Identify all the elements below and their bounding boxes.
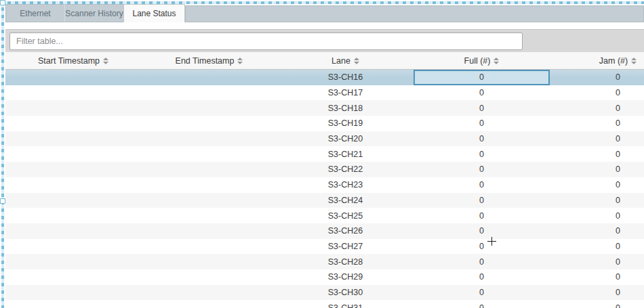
end-timestamp-cell[interactable] bbox=[141, 208, 277, 223]
table-row[interactable]: S3-CH17 0 0 bbox=[5, 85, 644, 101]
tab[interactable]: Lane Status bbox=[123, 4, 185, 22]
lane-cell[interactable]: S3-CH20 bbox=[277, 131, 414, 147]
start-timestamp-cell[interactable] bbox=[5, 70, 141, 85]
end-timestamp-cell[interactable] bbox=[141, 146, 277, 162]
jam-cell[interactable]: 0 bbox=[550, 285, 644, 301]
jam-cell[interactable]: 0 bbox=[550, 100, 644, 116]
full-cell[interactable]: 0 bbox=[414, 239, 550, 255]
lane-cell[interactable]: S3-CH28 bbox=[277, 254, 414, 269]
full-cell[interactable]: 0 bbox=[414, 223, 550, 239]
end-timestamp-cell[interactable] bbox=[141, 162, 277, 177]
lane-cell[interactable]: S3-CH16 bbox=[277, 70, 414, 85]
end-timestamp-cell[interactable] bbox=[141, 285, 277, 301]
column-header[interactable]: Full (#) bbox=[414, 52, 550, 69]
full-cell[interactable]: 0 bbox=[414, 193, 550, 208]
jam-cell[interactable]: 0 bbox=[550, 300, 644, 308]
start-timestamp-cell[interactable] bbox=[5, 131, 141, 147]
full-cell[interactable]: 0 bbox=[414, 162, 550, 177]
table-row[interactable]: S3-CH26 0 0 bbox=[5, 223, 644, 239]
jam-cell[interactable]: 0 bbox=[550, 85, 644, 101]
end-timestamp-cell[interactable] bbox=[141, 85, 277, 101]
end-timestamp-cell[interactable] bbox=[141, 100, 277, 116]
column-header[interactable]: End Timestamp bbox=[141, 52, 277, 69]
full-cell[interactable]: 0 bbox=[414, 70, 550, 85]
start-timestamp-cell[interactable] bbox=[5, 116, 141, 131]
end-timestamp-cell[interactable] bbox=[141, 116, 277, 131]
end-timestamp-cell[interactable] bbox=[141, 239, 277, 255]
jam-cell[interactable]: 0 bbox=[550, 193, 644, 208]
jam-cell[interactable]: 0 bbox=[550, 254, 644, 269]
jam-cell[interactable]: 0 bbox=[550, 70, 644, 85]
start-timestamp-cell[interactable] bbox=[5, 146, 141, 162]
start-timestamp-cell[interactable] bbox=[5, 239, 141, 255]
selection-handle-left-middle[interactable] bbox=[0, 198, 5, 204]
start-timestamp-cell[interactable] bbox=[5, 193, 141, 208]
full-cell[interactable]: 0 bbox=[414, 177, 550, 193]
full-cell[interactable]: 0 bbox=[414, 146, 550, 162]
lane-cell[interactable]: S3-CH22 bbox=[277, 162, 414, 177]
tab[interactable]: Scanner History bbox=[64, 4, 123, 22]
start-timestamp-cell[interactable] bbox=[5, 285, 141, 301]
full-cell[interactable]: 0 bbox=[414, 285, 550, 301]
start-timestamp-cell[interactable] bbox=[5, 100, 141, 116]
table-row[interactable]: S3-CH25 0 0 bbox=[5, 208, 644, 223]
lane-cell[interactable]: S3-CH21 bbox=[277, 146, 414, 162]
end-timestamp-cell[interactable] bbox=[141, 177, 277, 193]
jam-cell[interactable]: 0 bbox=[550, 239, 644, 255]
table-row[interactable]: S3-CH31 0 0 bbox=[5, 300, 644, 308]
column-header[interactable]: Jam (#) bbox=[550, 52, 644, 69]
end-timestamp-cell[interactable] bbox=[141, 254, 277, 269]
end-timestamp-cell[interactable] bbox=[141, 300, 277, 308]
table-row[interactable]: S3-CH19 0 0 bbox=[5, 116, 644, 131]
end-timestamp-cell[interactable] bbox=[141, 223, 277, 239]
table-row[interactable]: S3-CH16 0 0 bbox=[5, 70, 644, 85]
jam-cell[interactable]: 0 bbox=[550, 269, 644, 285]
lane-cell[interactable]: S3-CH17 bbox=[277, 85, 414, 101]
lane-cell[interactable]: S3-CH25 bbox=[277, 208, 414, 223]
full-cell[interactable]: 0 bbox=[414, 300, 550, 308]
full-cell[interactable]: 0 bbox=[414, 85, 550, 101]
table-row[interactable]: S3-CH27 0 0 bbox=[5, 239, 644, 255]
start-timestamp-cell[interactable] bbox=[5, 223, 141, 239]
table-row[interactable]: S3-CH28 0 0 bbox=[5, 254, 644, 269]
tab[interactable]: Ethernet bbox=[5, 4, 64, 22]
full-cell[interactable]: 0 bbox=[414, 208, 550, 223]
lane-cell[interactable]: S3-CH19 bbox=[277, 116, 414, 131]
selection-handle-top-left[interactable] bbox=[0, 0, 5, 5]
start-timestamp-cell[interactable] bbox=[5, 162, 141, 177]
full-cell[interactable]: 0 bbox=[414, 254, 550, 269]
start-timestamp-cell[interactable] bbox=[5, 177, 141, 193]
end-timestamp-cell[interactable] bbox=[141, 269, 277, 285]
table-row[interactable]: S3-CH23 0 0 bbox=[5, 177, 644, 193]
column-header[interactable]: Lane bbox=[277, 52, 414, 69]
lane-cell[interactable]: S3-CH27 bbox=[277, 239, 414, 255]
lane-cell[interactable]: S3-CH31 bbox=[277, 300, 414, 308]
start-timestamp-cell[interactable] bbox=[5, 300, 141, 308]
jam-cell[interactable]: 0 bbox=[550, 177, 644, 193]
jam-cell[interactable]: 0 bbox=[550, 146, 644, 162]
table-row[interactable]: S3-CH30 0 0 bbox=[5, 285, 644, 301]
filter-table-input[interactable] bbox=[9, 32, 523, 50]
end-timestamp-cell[interactable] bbox=[141, 193, 277, 208]
table-row[interactable]: S3-CH21 0 0 bbox=[5, 146, 644, 162]
lane-cell[interactable]: S3-CH29 bbox=[277, 269, 414, 285]
table-row[interactable]: S3-CH18 0 0 bbox=[5, 100, 644, 116]
full-cell[interactable]: 0 bbox=[414, 100, 550, 116]
jam-cell[interactable]: 0 bbox=[550, 116, 644, 131]
jam-cell[interactable]: 0 bbox=[550, 208, 644, 223]
table-row[interactable]: S3-CH20 0 0 bbox=[5, 131, 644, 147]
lane-cell[interactable]: S3-CH26 bbox=[277, 223, 414, 239]
table-row[interactable]: S3-CH24 0 0 bbox=[5, 193, 644, 208]
lane-cell[interactable]: S3-CH30 bbox=[277, 285, 414, 301]
end-timestamp-cell[interactable] bbox=[141, 131, 277, 147]
lane-cell[interactable]: S3-CH24 bbox=[277, 193, 414, 208]
jam-cell[interactable]: 0 bbox=[550, 162, 644, 177]
end-timestamp-cell[interactable] bbox=[141, 70, 277, 85]
table-row[interactable]: S3-CH29 0 0 bbox=[5, 269, 644, 285]
start-timestamp-cell[interactable] bbox=[5, 269, 141, 285]
column-header[interactable]: Start Timestamp bbox=[5, 52, 141, 69]
lane-cell[interactable]: S3-CH18 bbox=[277, 100, 414, 116]
full-cell[interactable]: 0 bbox=[414, 116, 550, 131]
start-timestamp-cell[interactable] bbox=[5, 254, 141, 269]
lane-cell[interactable]: S3-CH23 bbox=[277, 177, 414, 193]
